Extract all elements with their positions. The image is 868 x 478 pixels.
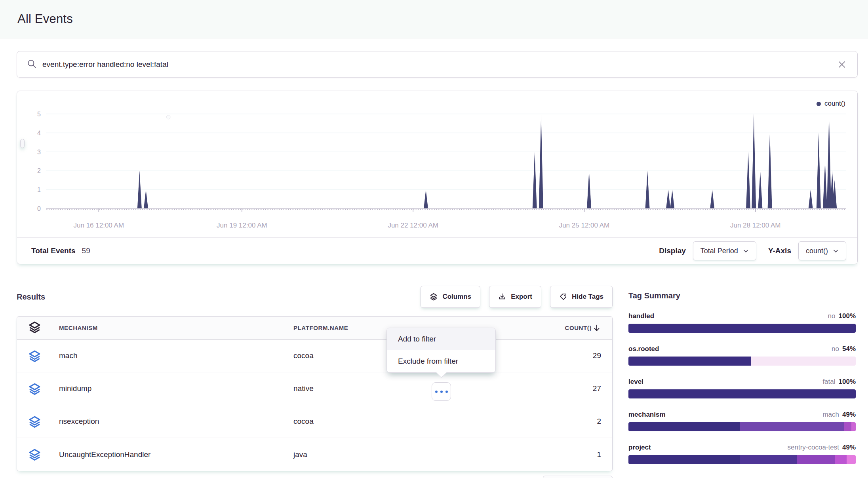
tag-name: project [628,444,651,451]
y-axis-tick-label: 0 [37,205,41,212]
tag-distribution-bar[interactable] [628,422,856,431]
chart-spike [539,114,543,209]
stack-icon [28,321,41,335]
clear-search-icon[interactable] [836,59,848,70]
display-label: Display [659,247,686,255]
tag-name: handled [628,312,654,320]
cell-context-menu: Add to filter Exclude from filter [386,328,496,373]
results-heading: Results [17,292,45,302]
tag-bar-segment [851,422,856,431]
stack-icon [28,382,41,395]
table-header-row: MECHANISM PLATFORM.NAME COUNT() [17,317,612,340]
tag-top-value: no [832,345,839,353]
chart-spike [670,190,674,209]
tag-top-value: sentry-cocoa-test [788,444,839,451]
chart-spike [144,190,148,209]
cell-count: 2 [501,417,612,426]
page-header: All Events [0,0,868,38]
tag-bar-segment [797,455,836,464]
cell-platform-name: native [293,384,501,393]
cell-mechanism: mach [59,351,293,360]
y-axis-tick-label: 5 [37,111,41,118]
panel-drag-handle[interactable] [20,139,25,148]
x-axis-tick-label: Jun 22 12:00 AM [388,222,438,229]
search-bar [17,51,858,78]
total-events-value: 59 [82,247,90,255]
chart-spike [710,190,714,209]
search-icon [27,59,37,70]
yaxis-dropdown[interactable]: count() [798,241,846,260]
hide-tags-button[interactable]: Hide Tags [550,286,613,308]
button-label: Columns [442,293,471,301]
page-title: All Events [17,12,73,26]
chart-spike [746,152,750,209]
events-chart[interactable]: 012345Jun 16 12:00 AMJun 19 12:00 AMJun … [17,91,857,237]
tag-distribution-bar[interactable] [628,455,856,464]
stack-icon [28,349,41,362]
x-axis-tick-label: Jun 28 12:00 AM [730,222,781,229]
table-row[interactable]: minidumpnative27 [17,372,612,405]
tag-bar-segment [628,357,751,366]
chart-spike [666,190,670,209]
tag-summary-row: projectsentry-cocoa-test49% [628,444,856,464]
tag-bar-segment [628,455,740,464]
tag-top-value: fatal [822,378,835,385]
chart-legend[interactable]: count() [817,100,845,108]
x-axis-tick-label: Jun 25 12:00 AM [559,222,610,229]
tag-name: level [628,378,643,386]
tag-bar-segment [628,324,856,333]
tag-name: os.rooted [628,345,659,353]
cell-platform-name: cocoa [293,417,501,426]
legend-series-label: count() [824,100,845,108]
chart-spike [533,152,537,209]
table-row[interactable]: machcocoa29 [17,340,612,372]
tag-percentage: 100% [839,378,856,385]
chart-spike [823,161,827,209]
cell-count: 27 [501,384,612,393]
tag-name: mechanism [628,411,666,419]
button-label: Export [511,293,532,301]
tag-distribution-bar[interactable] [628,389,856,398]
display-dropdown[interactable]: Total Period [693,241,756,260]
tag-bar-segment [628,389,856,398]
column-header-count[interactable]: COUNT() [501,324,612,332]
tag-bar-segment [835,455,847,464]
tag-bar-segment [844,422,851,431]
export-button[interactable]: Export [489,286,541,308]
tag-percentage: 49% [842,411,856,418]
main-content: 012345Jun 16 12:00 AMJun 19 12:00 AMJun … [17,51,858,478]
cell-actions-ellipsis-button[interactable] [432,382,451,401]
tag-bar-segment [751,357,856,366]
display-dropdown-value: Total Period [700,247,738,255]
cell-count: 1 [501,450,612,459]
x-axis-tick-label: Jun 16 12:00 AM [74,222,124,229]
pagination-button-partial[interactable] [543,476,613,478]
export-download-icon [498,293,506,301]
menu-item-add-to-filter[interactable]: Add to filter [387,328,495,350]
results-table: MECHANISM PLATFORM.NAME COUNT() machcoco… [17,316,613,471]
chart-spike [809,190,813,209]
cell-mechanism: minidump [59,384,293,393]
cell-mechanism: UncaughtExceptionHandler [59,450,293,459]
column-header-mechanism[interactable]: MECHANISM [59,324,293,331]
tag-summary-row: levelfatal100% [628,378,856,398]
y-axis-tick-label: 4 [37,130,41,137]
tag-bar-segment [628,422,740,431]
tag-summary-row: mechanismmach49% [628,411,856,431]
tag-bar-segment [847,455,856,464]
tag-distribution-bar[interactable] [628,357,856,366]
tag-bar-segment [740,455,797,464]
search-input[interactable] [42,60,836,69]
tag-summary-row: os.rootedno54% [628,345,856,366]
table-row[interactable]: UncaughtExceptionHandlerjava1 [17,438,612,471]
tag-summary-heading: Tag Summary [628,291,856,300]
columns-stack-icon [430,293,438,301]
chart-spike [827,114,831,209]
y-axis-tick-label: 1 [37,186,41,193]
columns-button[interactable]: Columns [421,286,480,308]
tag-distribution-bar[interactable] [628,324,856,333]
table-row[interactable]: nsexceptioncocoa2 [17,405,612,438]
sort-desc-arrow-icon [592,324,601,332]
x-axis-tick-label: Jun 19 12:00 AM [217,222,267,229]
total-events-label: Total Events [31,247,76,255]
